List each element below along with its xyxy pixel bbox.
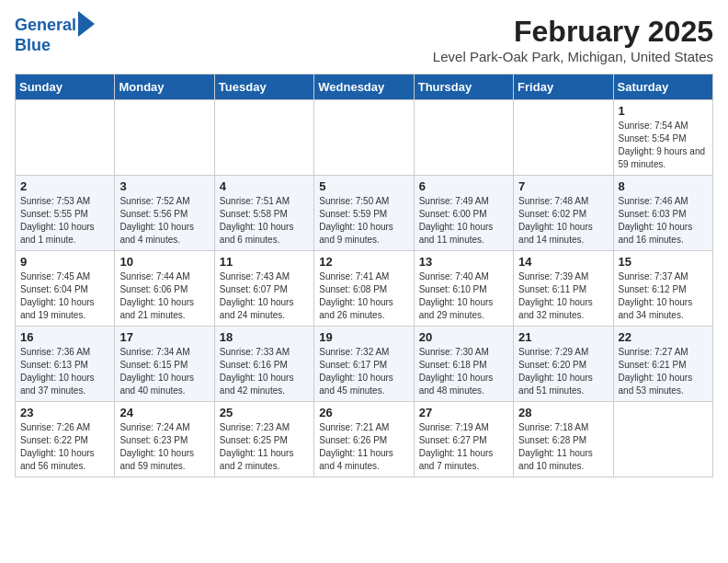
day-number: 26 [319, 406, 408, 419]
day-info: Sunrise: 7:24 AM Sunset: 6:23 PM Dayligh… [119, 421, 209, 473]
calendar-week-row: 16Sunrise: 7:36 AM Sunset: 6:13 PM Dayli… [16, 327, 713, 402]
header: General Blue February 2025 Level Park-Oa… [15, 15, 713, 64]
calendar-day-cell: 20Sunrise: 7:30 AM Sunset: 6:18 PM Dayli… [414, 327, 513, 402]
calendar-day-cell: 3Sunrise: 7:52 AM Sunset: 5:56 PM Daylig… [115, 176, 214, 251]
calendar-day-cell: 18Sunrise: 7:33 AM Sunset: 6:16 PM Dayli… [214, 327, 313, 402]
calendar-week-row: 1Sunrise: 7:54 AM Sunset: 5:54 PM Daylig… [16, 100, 713, 176]
calendar-day-cell [16, 100, 115, 176]
day-info: Sunrise: 7:41 AM Sunset: 6:08 PM Dayligh… [319, 270, 408, 322]
day-info: Sunrise: 7:50 AM Sunset: 5:59 PM Dayligh… [319, 195, 408, 247]
day-number: 14 [518, 255, 608, 269]
day-number: 22 [619, 330, 708, 344]
day-number: 12 [319, 255, 408, 269]
day-info: Sunrise: 7:46 AM Sunset: 6:03 PM Dayligh… [619, 195, 708, 247]
day-number: 24 [119, 406, 209, 419]
calendar-day-cell: 23Sunrise: 7:26 AM Sunset: 6:22 PM Dayli… [16, 402, 115, 477]
day-number: 16 [20, 330, 109, 344]
calendar-day-cell: 4Sunrise: 7:51 AM Sunset: 5:58 PM Daylig… [214, 176, 313, 251]
day-info: Sunrise: 7:43 AM Sunset: 6:07 PM Dayligh… [220, 270, 309, 322]
day-number: 21 [518, 330, 608, 344]
day-number: 10 [119, 255, 209, 269]
calendar-day-cell: 12Sunrise: 7:41 AM Sunset: 6:08 PM Dayli… [314, 251, 414, 327]
day-number: 4 [220, 179, 309, 193]
calendar-day-cell: 1Sunrise: 7:54 AM Sunset: 5:54 PM Daylig… [613, 100, 712, 176]
day-number: 5 [319, 179, 408, 193]
day-number: 7 [518, 179, 608, 193]
day-info: Sunrise: 7:37 AM Sunset: 6:12 PM Dayligh… [619, 270, 708, 322]
day-info: Sunrise: 7:39 AM Sunset: 6:11 PM Dayligh… [518, 270, 608, 322]
day-number: 13 [419, 255, 508, 269]
day-info: Sunrise: 7:52 AM Sunset: 5:56 PM Dayligh… [119, 195, 209, 247]
day-info: Sunrise: 7:18 AM Sunset: 6:28 PM Dayligh… [518, 421, 608, 473]
calendar-day-cell [514, 100, 613, 176]
calendar-day-cell: 27Sunrise: 7:19 AM Sunset: 6:27 PM Dayli… [414, 402, 513, 477]
day-info: Sunrise: 7:48 AM Sunset: 6:02 PM Dayligh… [518, 195, 608, 247]
calendar-day-cell: 19Sunrise: 7:32 AM Sunset: 6:17 PM Dayli… [314, 327, 414, 402]
day-number: 25 [220, 406, 309, 419]
day-number: 28 [518, 406, 608, 419]
day-info: Sunrise: 7:44 AM Sunset: 6:06 PM Dayligh… [119, 270, 209, 322]
logo-text: General [15, 17, 76, 35]
calendar-body: 1Sunrise: 7:54 AM Sunset: 5:54 PM Daylig… [16, 100, 713, 477]
logo-arrow-icon [78, 11, 95, 37]
calendar-table: SundayMondayTuesdayWednesdayThursdayFrid… [15, 74, 713, 477]
calendar-week-row: 23Sunrise: 7:26 AM Sunset: 6:22 PM Dayli… [16, 402, 713, 477]
title-area: February 2025 Level Park-Oak Park, Michi… [433, 15, 713, 64]
day-info: Sunrise: 7:23 AM Sunset: 6:25 PM Dayligh… [220, 421, 309, 473]
calendar-day-cell: 15Sunrise: 7:37 AM Sunset: 6:12 PM Dayli… [613, 251, 712, 327]
day-number: 27 [419, 406, 508, 419]
weekday-header-cell: Saturday [613, 75, 712, 100]
calendar-day-cell: 9Sunrise: 7:45 AM Sunset: 6:04 PM Daylig… [16, 251, 115, 327]
day-number: 2 [20, 179, 109, 193]
day-number: 19 [319, 330, 408, 344]
day-info: Sunrise: 7:32 AM Sunset: 6:17 PM Dayligh… [319, 346, 408, 397]
calendar-day-cell [214, 100, 313, 176]
calendar-day-cell [613, 402, 712, 477]
day-info: Sunrise: 7:51 AM Sunset: 5:58 PM Dayligh… [220, 195, 309, 247]
calendar-day-cell [115, 100, 214, 176]
day-number: 18 [220, 330, 309, 344]
day-info: Sunrise: 7:45 AM Sunset: 6:04 PM Dayligh… [20, 270, 109, 322]
calendar-day-cell: 2Sunrise: 7:53 AM Sunset: 5:55 PM Daylig… [16, 176, 115, 251]
location: Level Park-Oak Park, Michigan, United St… [433, 49, 713, 64]
day-info: Sunrise: 7:36 AM Sunset: 6:13 PM Dayligh… [20, 346, 109, 397]
day-number: 23 [20, 406, 109, 419]
calendar-day-cell: 16Sunrise: 7:36 AM Sunset: 6:13 PM Dayli… [16, 327, 115, 402]
weekday-header-cell: Thursday [414, 75, 513, 100]
calendar-day-cell [414, 100, 513, 176]
month-title: February 2025 [433, 15, 713, 49]
weekday-header-row: SundayMondayTuesdayWednesdayThursdayFrid… [16, 75, 713, 100]
calendar-day-cell: 24Sunrise: 7:24 AM Sunset: 6:23 PM Dayli… [115, 402, 214, 477]
day-number: 1 [619, 104, 708, 118]
calendar-week-row: 2Sunrise: 7:53 AM Sunset: 5:55 PM Daylig… [16, 176, 713, 251]
calendar-day-cell: 10Sunrise: 7:44 AM Sunset: 6:06 PM Dayli… [115, 251, 214, 327]
day-info: Sunrise: 7:26 AM Sunset: 6:22 PM Dayligh… [20, 421, 109, 473]
day-number: 3 [119, 179, 209, 193]
day-info: Sunrise: 7:30 AM Sunset: 6:18 PM Dayligh… [419, 346, 508, 397]
calendar-day-cell: 7Sunrise: 7:48 AM Sunset: 6:02 PM Daylig… [514, 176, 613, 251]
weekday-header-cell: Wednesday [314, 75, 414, 100]
weekday-header-cell: Friday [514, 75, 613, 100]
calendar-day-cell: 13Sunrise: 7:40 AM Sunset: 6:10 PM Dayli… [414, 251, 513, 327]
day-info: Sunrise: 7:27 AM Sunset: 6:21 PM Dayligh… [619, 346, 708, 397]
day-info: Sunrise: 7:54 AM Sunset: 5:54 PM Dayligh… [619, 120, 708, 171]
day-info: Sunrise: 7:33 AM Sunset: 6:16 PM Dayligh… [220, 346, 309, 397]
day-number: 8 [619, 179, 708, 193]
day-number: 15 [619, 255, 708, 269]
day-info: Sunrise: 7:40 AM Sunset: 6:10 PM Dayligh… [419, 270, 508, 322]
calendar-day-cell: 22Sunrise: 7:27 AM Sunset: 6:21 PM Dayli… [613, 327, 712, 402]
day-number: 17 [119, 330, 209, 344]
day-number: 11 [220, 255, 309, 269]
calendar-week-row: 9Sunrise: 7:45 AM Sunset: 6:04 PM Daylig… [16, 251, 713, 327]
calendar-day-cell: 11Sunrise: 7:43 AM Sunset: 6:07 PM Dayli… [214, 251, 313, 327]
calendar-day-cell: 8Sunrise: 7:46 AM Sunset: 6:03 PM Daylig… [613, 176, 712, 251]
weekday-header-cell: Sunday [16, 75, 115, 100]
day-info: Sunrise: 7:34 AM Sunset: 6:15 PM Dayligh… [119, 346, 209, 397]
day-info: Sunrise: 7:19 AM Sunset: 6:27 PM Dayligh… [419, 421, 508, 473]
calendar-day-cell: 5Sunrise: 7:50 AM Sunset: 5:59 PM Daylig… [314, 176, 414, 251]
day-info: Sunrise: 7:29 AM Sunset: 6:20 PM Dayligh… [518, 346, 608, 397]
calendar-day-cell: 17Sunrise: 7:34 AM Sunset: 6:15 PM Dayli… [115, 327, 214, 402]
calendar-day-cell: 25Sunrise: 7:23 AM Sunset: 6:25 PM Dayli… [214, 402, 313, 477]
calendar-day-cell: 21Sunrise: 7:29 AM Sunset: 6:20 PM Dayli… [514, 327, 613, 402]
calendar-day-cell [314, 100, 414, 176]
